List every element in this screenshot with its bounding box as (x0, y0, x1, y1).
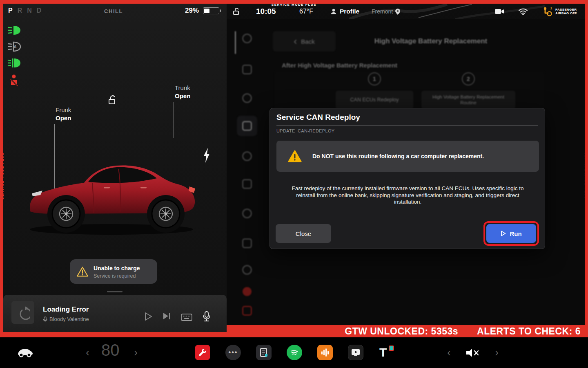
media-next-chevron[interactable]: › (495, 346, 499, 359)
sidebar-tab-icon[interactable] (237, 233, 257, 254)
rear-wheel (152, 200, 180, 228)
media-subtitle: Bloody Valentine (43, 316, 89, 322)
seatbelt-warning-icon (7, 74, 20, 87)
frunk-open-label[interactable]: Frunk Open (56, 106, 71, 122)
warning-triangle-icon (76, 266, 89, 277)
svg-text:A: A (13, 45, 16, 49)
fog-light-indicator-icon (7, 58, 21, 68)
sidebar-scrollbar[interactable] (235, 31, 236, 54)
sidebar-tab-icon[interactable] (237, 28, 257, 49)
dialog-warning-box: Do NOT use this routine following a car … (276, 141, 539, 172)
service-mode-label-left: SERVICE MODE PLUS (0, 145, 4, 206)
lowbeam-indicator-icon (7, 25, 21, 36)
profile-menu[interactable]: Profile (330, 4, 359, 19)
auto-headlight-indicator-icon: A (7, 41, 21, 52)
sidebar-tab-alert-icon[interactable] (237, 281, 257, 302)
divider (276, 125, 538, 126)
svg-text:2: 2 (550, 7, 552, 10)
charge-warning-subtitle: Service is required (94, 273, 140, 279)
service-panel: ‹ Back High Voltage Battery Replacement … (227, 4, 585, 325)
charge-warning-pill: Unable to charge Service is required (70, 259, 157, 284)
sidebar-tab-icon[interactable] (237, 203, 257, 224)
front-wheel (52, 200, 80, 228)
vehicle-render (24, 131, 203, 246)
sidebar-tab-icon[interactable] (237, 88, 257, 108)
back-button[interactable]: ‹ Back (273, 31, 336, 52)
trunk-open-label[interactable]: Trunk Open (175, 84, 190, 100)
album-art (11, 301, 34, 324)
tesla-service-screen: SERVICE MODE PLUS SERVICE MODE PLUS SERV… (0, 0, 588, 368)
service-routine-dialog: Service CAN Redeploy UPDATE_CAN-REDEPLOY… (270, 108, 545, 249)
vehicle-status-panel: P R N D CHILL 29% A (3, 4, 227, 332)
play-outline-icon (501, 231, 506, 236)
theater-glyph (351, 348, 360, 357)
temp-decrease-chevron[interactable]: ‹ (86, 346, 89, 359)
step-2-badge: 2 (462, 72, 475, 85)
theater-app-icon[interactable] (348, 345, 363, 360)
wrench-icon (198, 348, 207, 357)
equalizer-glyph (320, 348, 330, 357)
temp-increase-chevron[interactable]: › (134, 346, 138, 359)
charge-port-icon[interactable] (203, 148, 211, 163)
volume-muted-icon[interactable] (466, 348, 479, 358)
sidebar-tab-alert-icon[interactable] (237, 301, 257, 321)
spotify-glyph (290, 348, 299, 357)
gtw-unlocked-status: GTW UNLOCKED: 5353s (345, 326, 458, 337)
gear-d[interactable]: D (37, 7, 42, 14)
unlocked-icon[interactable] (107, 94, 117, 105)
passenger-airbag-indicator: 2 PASSENGER AIRBAG OFF (542, 4, 577, 19)
skip-next-icon[interactable] (163, 312, 172, 320)
accel-mode-label: CHILL (96, 8, 131, 14)
map-pin-icon (395, 9, 400, 15)
contacts-glyph (259, 348, 268, 357)
keyboard-icon[interactable] (181, 314, 192, 321)
dashcam-icon[interactable] (494, 8, 504, 15)
sidebar-tab-icon[interactable] (237, 146, 257, 166)
battery-percent: 29% (185, 7, 199, 15)
gear-selector: P R N D (8, 7, 41, 14)
play-icon[interactable] (144, 312, 153, 321)
toybox-box-glyph (389, 346, 394, 351)
app-dock: ‹ 80 › ••• (0, 337, 588, 368)
run-button[interactable]: Run (486, 224, 536, 243)
loading-spinner-icon (16, 305, 30, 320)
lock-open-icon[interactable] (232, 7, 241, 16)
gear-r[interactable]: R (18, 7, 22, 14)
service-page-title: High Voltage Battery Replacement (341, 37, 521, 45)
media-prev-chevron[interactable]: ‹ (447, 346, 451, 359)
sidebar-tab-icon[interactable] (237, 174, 257, 194)
toybox-app-icon[interactable]: T (379, 345, 394, 360)
media-drawer-handle[interactable] (107, 291, 122, 292)
routine-id: UPDATE_CAN-REDEPLOY (276, 128, 334, 133)
gear-n[interactable]: N (27, 7, 32, 14)
service-app-icon[interactable] (195, 345, 210, 360)
spotify-app-icon[interactable] (287, 345, 302, 360)
charge-warning-title: Unable to charge (94, 265, 140, 272)
dialog-description: Fast redeploy of the currently installed… (283, 185, 532, 206)
gear-p[interactable]: P (8, 7, 13, 14)
audio-app-icon[interactable] (317, 345, 333, 360)
person-icon (330, 8, 337, 15)
wifi-icon[interactable] (518, 8, 528, 15)
hvac-temperature[interactable]: 80 (101, 341, 120, 359)
map-place-label: Fremont (372, 4, 400, 19)
airbag-icon: 2 (542, 6, 552, 17)
close-button[interactable]: Close (276, 224, 331, 243)
service-mode-label-top: SERVICE MODE PLUS (272, 3, 316, 7)
sidebar-tab-icon[interactable] (237, 59, 257, 80)
sidebar-tab-icon-selected[interactable] (237, 116, 257, 136)
hv-battery-routine-button[interactable]: High Voltage Battery Replacement Routine (421, 91, 515, 109)
service-mode-label-right: SERVICE MODE PLUS (584, 145, 588, 206)
media-player: Loading Error Bloody Valentine (3, 295, 227, 332)
step-1-badge: 1 (368, 72, 381, 85)
can-ecus-redeploy-button[interactable]: CAN ECUs Redeploy (336, 91, 413, 109)
section-title: After High Voltage Battery Replacement (282, 62, 397, 69)
service-mode-top-strip: SERVICE MODE PLUS (0, 0, 588, 4)
microphone-icon[interactable] (203, 311, 211, 322)
battery-icon (203, 7, 219, 14)
more-apps-icon[interactable]: ••• (225, 345, 241, 360)
phone-app-icon[interactable] (256, 345, 272, 360)
sidebar-tab-icon[interactable] (237, 260, 257, 280)
karaoke-mic-icon (43, 316, 47, 322)
car-controls-icon[interactable] (16, 347, 33, 358)
